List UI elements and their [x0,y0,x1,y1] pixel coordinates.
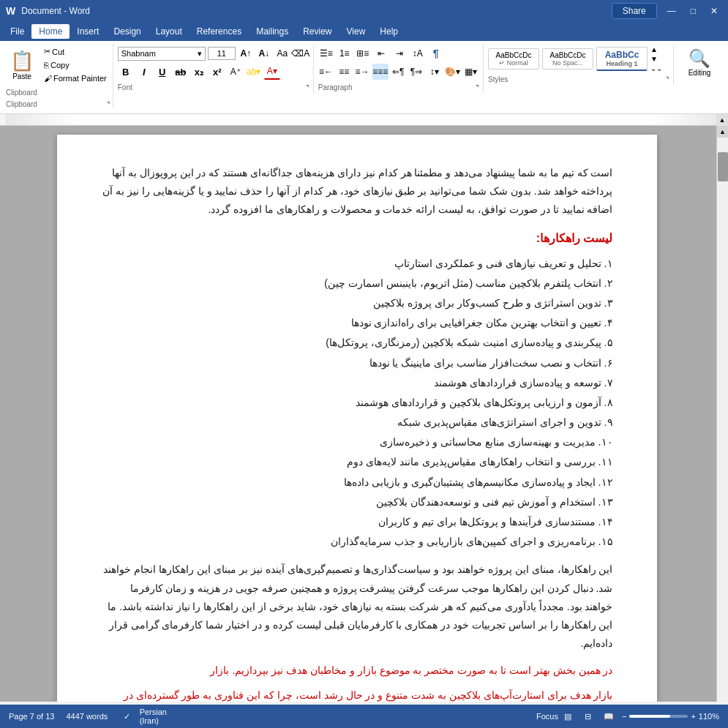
list-item: ۴. تعیین و انتخاب بهترین مکان جغرافیایی … [101,313,613,333]
list-item: ۳. تدوین استراتژی و طرح کسب‌وکار برای پر… [101,293,613,313]
strikethrough-button[interactable]: ab [173,64,189,80]
menu-insert[interactable]: Insert [70,24,106,39]
paste-button[interactable]: 📋 Paste [6,45,38,84]
clipboard-group: 📋 Paste ✂ Cut ⎘ Copy 🖌 Format Painter Cl… [3,44,113,108]
minimize-icon[interactable]: — [663,6,680,16]
subscript-button[interactable]: x₂ [191,64,207,80]
copy-button[interactable]: ⎘ Copy [41,59,110,71]
clipboard-label: Clipboard [6,87,110,97]
font-row1: Shabnam ▾ 11 A↑ A↓ Aa ⌫A [118,45,309,61]
change-case-button[interactable]: Aa [274,45,290,61]
sort-button[interactable]: ↕A [410,45,426,61]
increase-font-button[interactable]: A↑ [238,45,254,61]
list-item: ۱۰. مدیریت و بهینه‌سازی منابع محاسباتی و… [101,432,613,452]
read-mode-icon[interactable]: 📖 [601,710,616,722]
rtl-button[interactable]: ⇐¶ [391,64,407,80]
format-painter-icon: 🖌 [44,74,52,83]
underline-button[interactable]: U [154,64,170,80]
style-no-space[interactable]: AaBbCcDc No Spac... [542,48,593,70]
font-size-input[interactable]: 11 [208,47,236,60]
zoom-control[interactable]: − + 110% [622,712,719,721]
font-expand[interactable]: ⌝ [306,84,309,91]
filename: Document - Word [21,6,90,16]
para-expand[interactable]: ⌝ [476,84,479,91]
title-bar-right: Share — □ ✕ [612,3,722,19]
ltr-button[interactable]: ¶⇒ [408,64,424,80]
maximize-icon[interactable]: □ [686,6,700,16]
red-text-2: بازار هدف برای استارت‌آپ‌های بلاکچین به … [113,689,612,702]
zoom-slider[interactable] [629,715,688,718]
styles-scroll[interactable]: ▲ ▼ ⌄⌄ [650,45,662,72]
menu-design[interactable]: Design [106,24,148,39]
numbered-list-button[interactable]: 1≡ [337,45,353,61]
superscript-button[interactable]: x² [209,64,225,80]
style-heading1[interactable]: AaBbCc Heading 1 [596,47,648,71]
focus-button[interactable]: Focus [540,710,555,722]
print-layout-icon[interactable]: ▤ [560,710,575,722]
italic-button[interactable]: I [136,64,152,80]
title-bar-left: W Document - Word [6,5,90,17]
style-normal[interactable]: AaBbCcDc ↵ Normal [488,48,539,70]
menu-file[interactable]: File [3,24,31,39]
clipboard-label-text: Clipboard [6,100,37,108]
decrease-font-button[interactable]: A↓ [256,45,272,61]
bullets-button[interactable]: ☰≡ [318,45,334,61]
scroll-up-btn[interactable]: ▲ [717,126,729,138]
menu-references[interactable]: References [189,24,249,39]
paragraph-group: ☰≡ 1≡ ⊞≡ ⇤ ⇥ ↕A ¶ ≡← ≡≡ ≡→ ≡≡≡ ⇐¶ ¶⇒ ↕▾ … [314,44,484,93]
clipboard-expand[interactable]: ⌝ [107,101,110,108]
shading-button[interactable]: 🎨▾ [445,64,461,80]
clear-format-button[interactable]: ⌫A [293,45,309,61]
font-row2: B I U ab x₂ x² A⁺ ab▾ A▾ [118,64,309,80]
share-button[interactable]: Share [612,3,657,19]
proofing-icon[interactable]: ✓ [119,710,134,722]
paragraph-label: Paragraph [318,83,353,91]
copy-icon: ⎘ [44,61,49,70]
list-item: ۱۱. بررسی و انتخاب راهکارهای مقیاس‌پذیری… [101,452,613,472]
scroll-thumb[interactable] [718,152,728,181]
menu-home[interactable]: Home [31,24,70,39]
text-effects-button[interactable]: A⁺ [228,64,244,80]
styles-expand[interactable]: ⌝ [666,76,669,83]
menu-view[interactable]: View [339,24,373,39]
font-color-button[interactable]: A▾ [264,64,280,80]
bold-button[interactable]: B [118,64,134,80]
align-center-button[interactable]: ≡≡ [336,64,352,80]
ruler: ▲ [0,114,728,126]
align-right-button[interactable]: ≡→ [354,64,370,80]
web-layout-icon[interactable]: ⊟ [581,710,596,722]
ribbon: 📋 Paste ✂ Cut ⎘ Copy 🖌 Format Painter Cl… [0,41,728,114]
title-bar: W Document - Word Share — □ ✕ [0,0,728,22]
language-info[interactable]: Persian (Iran) [146,710,160,722]
align-left-button[interactable]: ≡← [318,64,334,80]
menu-help[interactable]: Help [372,24,405,39]
line-spacing-button[interactable]: ↕▾ [427,64,443,80]
decrease-indent-button[interactable]: ⇤ [373,45,389,61]
list-item: ۵. پیکربندی و پیاده‌سازی امنیت شبکه بلاک… [101,333,613,353]
borders-button[interactable]: ▦▾ [462,64,479,80]
find-button[interactable]: 🔍 Editing [686,45,714,80]
menu-review[interactable]: Review [296,24,339,39]
zoom-in-btn[interactable]: + [691,712,695,721]
multilevel-list-button[interactable]: ⊞≡ [355,45,371,61]
clipboard-sub: ✂ Cut ⎘ Copy 🖌 Format Painter [41,45,110,84]
red-paragraph-1: در همین بخش بهتر است تا به صورت مختصر به… [101,661,613,680]
cut-button[interactable]: ✂ Cut [41,45,110,58]
increase-indent-button[interactable]: ⇥ [391,45,408,61]
page-info: Page 7 of 13 [9,712,54,721]
menu-mailings[interactable]: Mailings [249,24,296,39]
justify-button[interactable]: ≡≡≡ [372,64,389,80]
menu-layout[interactable]: Layout [149,24,189,39]
close-icon[interactable]: ✕ [706,6,722,16]
list-item: ۱۵. برنامه‌ریزی و اجرای کمپین‌های بازاری… [101,532,613,552]
font-name-dropdown[interactable]: Shabnam ▾ [118,47,206,61]
menu-bar: File Home Insert Design Layout Reference… [0,22,728,41]
status-right: Focus ▤ ⊟ 📖 − + 110% [540,710,719,722]
zoom-out-btn[interactable]: − [622,712,626,721]
text-highlight-button[interactable]: ab▾ [246,64,262,80]
list-item: ۹. تدوین و اجرای استراتژی‌های مقیاس‌پذیر… [101,413,613,432]
ruler-collapse-btn[interactable]: ▲ [716,114,728,126]
show-para-button[interactable]: ¶ [428,45,444,61]
para-row1: ☰≡ 1≡ ⊞≡ ⇤ ⇥ ↕A ¶ [318,45,479,61]
format-painter-button[interactable]: 🖌 Format Painter [41,72,110,84]
